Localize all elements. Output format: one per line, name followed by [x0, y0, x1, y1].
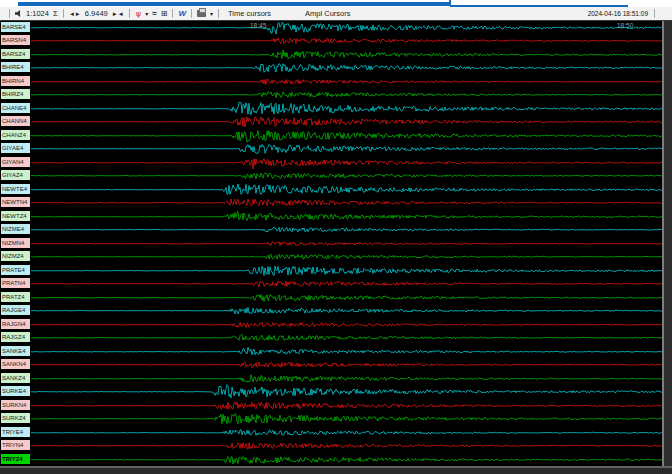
channel-label-chann4[interactable]: CHANN4 [1, 116, 30, 126]
trace-row-bhirz4[interactable] [31, 88, 662, 101]
waveform-newte4 [31, 183, 662, 196]
trace-row-bhirn4[interactable] [31, 75, 662, 88]
channel-label-triye4[interactable]: TRIYE4 [1, 427, 30, 437]
title-bar-edge [18, 2, 450, 6]
zoom-ratio-display[interactable]: 1:1024 [26, 9, 49, 18]
channel-label-giyan4[interactable]: GIYAN4 [1, 157, 30, 167]
time-cursors-label: Time cursors [228, 9, 271, 18]
trace-row-newtn4[interactable] [31, 196, 662, 209]
channel-label-pratz4[interactable]: PRATZ4 [1, 292, 30, 302]
trace-row-chann4[interactable] [31, 115, 662, 128]
window-bottom-edge [0, 466, 672, 474]
channel-label-prate4[interactable]: PRATE4 [1, 265, 30, 275]
channel-label-row: SURKN4 [0, 399, 31, 412]
trace-row-sankn4[interactable] [31, 358, 662, 371]
window-right-border [662, 21, 672, 466]
trace-row-rajgz4[interactable] [31, 331, 662, 344]
channel-label-sankz4[interactable]: SANKZ4 [1, 373, 30, 383]
trace-row-triyz4[interactable] [31, 453, 662, 466]
datetime-display: 2024-04-16 18:51:09 [588, 10, 648, 17]
trace-row-barsz4[interactable] [31, 48, 662, 61]
trace-rows: 18:4518:50 [31, 21, 662, 466]
channel-label-row: NIZMN4 [0, 237, 31, 250]
channel-label-rajgz4[interactable]: RAJGZ4 [1, 332, 30, 342]
trace-row-newte4[interactable] [31, 183, 662, 196]
channel-label-triyz4[interactable]: TRIYZ4 [1, 454, 30, 464]
trace-row-sankz4[interactable] [31, 372, 662, 385]
trace-row-giyan4[interactable] [31, 156, 662, 169]
channel-label-chane4[interactable]: CHANE4 [1, 103, 30, 113]
trace-row-bhire4[interactable] [31, 61, 662, 74]
trace-row-triye4[interactable] [31, 426, 662, 439]
trace-row-surke4[interactable] [31, 385, 662, 398]
expand-time-icon[interactable]: ◄► [69, 10, 81, 18]
channel-label-barse4[interactable]: BARSE4 [1, 22, 30, 32]
compress-time-icon[interactable]: ►◄ [112, 10, 124, 18]
channel-label-pratn4[interactable]: PRATN4 [1, 278, 30, 288]
channel-label-nizmz4[interactable]: NIZMZ4 [1, 251, 30, 261]
speaker-icon[interactable] [15, 10, 22, 17]
trace-row-pratn4[interactable] [31, 277, 662, 290]
channel-label-row: BARSZ4 [0, 48, 31, 61]
trace-row-barse4[interactable] [31, 21, 662, 34]
title-bar-tick [449, 0, 451, 6]
channel-label-rajge4[interactable]: RAJGE4 [1, 305, 30, 315]
channel-label-rajgn4[interactable]: RAJGN4 [1, 319, 30, 329]
trace-row-rajge4[interactable] [31, 304, 662, 317]
channel-label-giyaz4[interactable]: GIYAZ4 [1, 170, 30, 180]
channel-label-nizmn4[interactable]: NIZMN4 [1, 238, 30, 248]
channel-label-row: CHANN4 [0, 115, 31, 128]
fit-window-icon[interactable]: ⊞ [161, 10, 168, 18]
channel-label-barsn4[interactable]: BARSN4 [1, 35, 30, 45]
waveform-triyz4 [31, 453, 662, 466]
trace-row-nizme4[interactable] [31, 223, 662, 236]
toolbar-separator [129, 9, 130, 18]
channel-label-nizme4[interactable]: NIZME4 [1, 224, 30, 234]
hourglass-icon[interactable]: Σ [53, 10, 58, 18]
waveform-barsn4 [31, 34, 662, 47]
channel-label-newte4[interactable]: NEWTE4 [1, 184, 30, 194]
channel-label-bhire4[interactable]: BHIRE4 [1, 62, 30, 72]
trace-row-surkz4[interactable] [31, 412, 662, 425]
channel-label-barsz4[interactable]: BARSZ4 [1, 49, 30, 59]
channel-label-newtz4[interactable]: NEWTZ4 [1, 211, 30, 221]
trace-row-sanke4[interactable] [31, 345, 662, 358]
toolbar-separator [172, 9, 173, 18]
waveform-rajgz4 [31, 331, 662, 344]
trace-row-pratz4[interactable] [31, 291, 662, 304]
channel-label-row: CHANE4 [0, 102, 31, 115]
phase-pick-icon[interactable]: ⋔ [135, 10, 142, 18]
trace-row-chane4[interactable] [31, 102, 662, 115]
channel-label-bhirn4[interactable]: BHIRN4 [1, 76, 30, 86]
waveform-icon[interactable]: ≈ [152, 10, 156, 18]
channel-label-chanz4[interactable]: CHANZ4 [1, 130, 30, 140]
filter-icon[interactable]: W [178, 10, 186, 18]
channel-label-surkz4[interactable]: SURKZ4 [1, 413, 30, 423]
print-icon[interactable] [197, 10, 206, 17]
waveform-rajgn4 [31, 318, 662, 331]
trace-row-giyaz4[interactable] [31, 169, 662, 182]
waveform-surke4 [31, 385, 662, 398]
channel-label-giyae4[interactable]: GIYAE4 [1, 143, 30, 153]
channel-label-column: BARSE4BARSN4BARSZ4BHIRE4BHIRN4BHIRZ4CHAN… [0, 21, 31, 466]
trace-row-triyn4[interactable] [31, 439, 662, 452]
channel-label-sankn4[interactable]: SANKN4 [1, 359, 30, 369]
chevron-down-icon[interactable]: ▾ [210, 10, 213, 18]
channel-label-surke4[interactable]: SURKE4 [1, 386, 30, 396]
channel-label-newtn4[interactable]: NEWTN4 [1, 197, 30, 207]
trace-row-surkn4[interactable] [31, 399, 662, 412]
trace-row-nizmz4[interactable] [31, 250, 662, 263]
channel-label-bhirz4[interactable]: BHIRZ4 [1, 89, 30, 99]
trace-row-giyae4[interactable] [31, 142, 662, 155]
chevron-down-icon[interactable]: ▾ [145, 10, 148, 18]
trace-row-newtz4[interactable] [31, 210, 662, 223]
trace-row-rajgn4[interactable] [31, 318, 662, 331]
trace-row-prate4[interactable] [31, 264, 662, 277]
trace-row-chanz4[interactable] [31, 129, 662, 142]
channel-label-sanke4[interactable]: SANKE4 [1, 346, 30, 356]
trace-row-barsn4[interactable] [31, 34, 662, 47]
channel-label-surkn4[interactable]: SURKN4 [1, 400, 30, 410]
channel-label-row: RAJGE4 [0, 304, 31, 317]
channel-label-triyn4[interactable]: TRIYN4 [1, 440, 30, 450]
trace-row-nizmn4[interactable] [31, 237, 662, 250]
